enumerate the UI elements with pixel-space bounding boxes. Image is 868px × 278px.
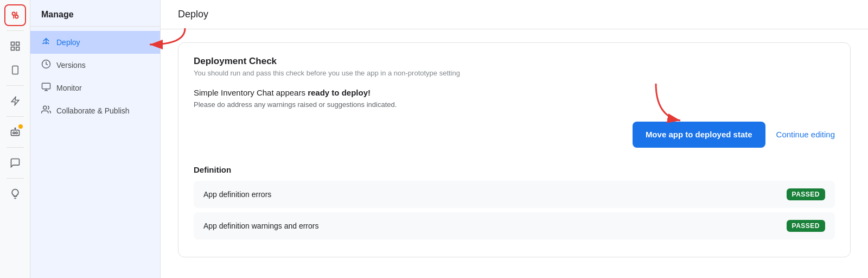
- sidebar-deploy-wrapper: Deploy: [30, 31, 160, 54]
- bot-icon-button[interactable]: [4, 121, 26, 143]
- svg-marker-10: [11, 97, 19, 105]
- svg-rect-18: [42, 83, 50, 89]
- ready-bold: ready to deploy!: [308, 88, 371, 97]
- svg-rect-5: [16, 42, 19, 46]
- deployment-check-title: Deployment Check: [194, 56, 835, 67]
- main-body: Deployment Check You should run and pass…: [161, 29, 868, 278]
- versions-icon: [41, 59, 51, 71]
- deploy-button[interactable]: Move app to deployed state: [633, 122, 765, 148]
- divider: [7, 147, 24, 148]
- check-label-warnings: App definition warnings and errors: [203, 222, 318, 230]
- sidebar-item-deploy-label: Deploy: [56, 38, 80, 47]
- deployment-check-subtitle: You should run and pass this check befor…: [194, 69, 835, 77]
- continue-editing-button[interactable]: Continue editing: [776, 130, 835, 139]
- sidebar-item-deploy[interactable]: Deploy: [30, 31, 160, 54]
- sidebar: Manage Deploy: [30, 0, 161, 278]
- svg-rect-4: [11, 42, 14, 46]
- deploy-card: Deployment Check You should run and pass…: [178, 42, 851, 257]
- sidebar-item-monitor[interactable]: Monitor: [30, 77, 160, 99]
- warning-text: Please do address any warnings raised or…: [194, 100, 835, 109]
- lightbulb-icon-button[interactable]: [4, 183, 26, 205]
- sidebar-item-collaborate[interactable]: Collaborate & Publish: [30, 99, 160, 122]
- bolt-icon-button[interactable]: [4, 90, 26, 112]
- collaborate-icon: [41, 105, 51, 117]
- phone-icon-button[interactable]: [4, 59, 26, 81]
- sidebar-item-monitor-label: Monitor: [56, 84, 82, 92]
- chat-icon-button[interactable]: [4, 152, 26, 174]
- check-status-errors: PASSED: [787, 188, 825, 200]
- monitor-icon: [41, 82, 51, 94]
- svg-rect-6: [11, 47, 14, 50]
- sidebar-nav: Deploy Versions: [30, 27, 160, 127]
- divider: [7, 178, 24, 179]
- sidebar-item-collaborate-label: Collaborate & Publish: [56, 106, 130, 115]
- deploy-icon: [41, 36, 51, 48]
- sidebar-item-versions[interactable]: Versions: [30, 54, 160, 77]
- definition-title: Definition: [194, 165, 835, 174]
- main-content: Deploy Deployment Check You should run a…: [161, 0, 868, 278]
- grid-icon-button[interactable]: [4, 35, 26, 57]
- check-label-errors: App definition errors: [203, 190, 271, 199]
- main-header: Deploy: [161, 0, 868, 29]
- notification-badge: [18, 124, 23, 129]
- check-row-warnings: App definition warnings and errors PASSE…: [194, 212, 835, 239]
- divider: [7, 116, 24, 117]
- divider: [7, 30, 24, 31]
- check-row-errors: App definition errors PASSED: [194, 181, 835, 208]
- svg-point-13: [15, 132, 17, 134]
- svg-point-21: [43, 106, 47, 109]
- icon-bar: [0, 0, 30, 278]
- svg-point-12: [12, 132, 14, 134]
- sidebar-header: Manage: [30, 0, 160, 27]
- ready-text: Simple Inventory Chat appears ready to d…: [194, 88, 835, 97]
- svg-point-15: [15, 128, 16, 129]
- svg-rect-8: [12, 66, 18, 74]
- check-status-warnings: PASSED: [787, 220, 825, 232]
- action-row: Move app to deployed state Continue edit…: [194, 122, 835, 148]
- manage-icon-button[interactable]: [4, 4, 26, 26]
- divider: [7, 85, 24, 86]
- sidebar-item-versions-label: Versions: [56, 61, 86, 70]
- svg-rect-7: [16, 47, 19, 50]
